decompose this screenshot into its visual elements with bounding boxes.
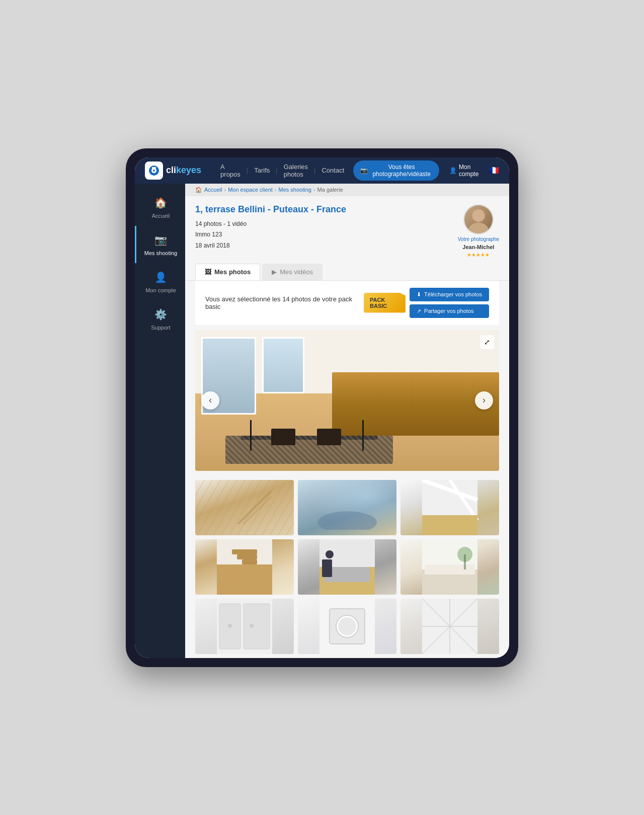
thumbnail-3[interactable] [400,480,499,535]
svg-rect-26 [425,564,475,575]
svg-point-37 [338,617,356,635]
sidebar: 🏠 Accueil 📷 Mes shooting 👤 Mon compte ⚙️… [135,184,185,658]
svg-point-5 [468,222,489,234]
language-flag[interactable]: 🇫🇷 [489,166,499,175]
breadcrumb-espace-client[interactable]: Mon espace client [228,187,273,193]
sidebar-label-shooting: Mes shooting [144,250,177,256]
pack-badge: PACK BASIC [364,293,406,313]
gallery-controls: Vous avez sélectionné les 14 photos de v… [195,281,499,325]
thumbnail-9[interactable] [400,599,499,654]
breadcrumb-current: Ma galerie [317,187,343,193]
thumbnail-2[interactable] [298,480,396,535]
kitchen-photo [195,330,499,471]
thumbnail-4[interactable] [195,539,294,595]
category: Immo 123 [195,229,346,240]
download-icon: ⬇ [417,291,421,298]
support-icon: ⚙️ [154,307,168,321]
svg-rect-28 [464,554,466,569]
nav-link-tarifs[interactable]: Tarifs [250,165,274,176]
photographer-cta-button[interactable]: 📷 Vous êtes photographe/vidéaste [353,160,439,181]
download-photos-button[interactable]: ⬇ Télécharger vos photos [410,288,489,301]
photos-count: 14 photos - 1 vidéo [195,219,346,230]
photographer-avatar [463,204,494,234]
top-navigation: clikeyes A propos | Tarifs | Galeries ph… [135,157,509,184]
breadcrumb-mes-shooting[interactable]: Mes shooting [278,187,311,193]
svg-rect-17 [237,554,257,559]
property-title: 1, terrase Bellini - Puteaux - France [195,204,346,215]
selection-info: Vous avez sélectionné les 14 photos de v… [205,295,364,310]
svg-rect-32 [228,624,232,628]
svg-rect-15 [217,564,272,595]
nav-link-galeries[interactable]: Galeries photos [280,161,312,180]
hero-meta: 14 photos - 1 vidéo Immo 123 18 avril 20… [195,219,346,252]
content-area: 🏠 Accueil › Mon espace client › Mes shoo… [185,184,509,658]
avatar-image [464,205,493,233]
svg-line-7 [238,491,271,524]
sidebar-item-compte[interactable]: 👤 Mon compte [135,263,185,300]
svg-rect-18 [242,559,257,564]
thumbnail-6[interactable] [400,539,499,595]
photographer-stars: ★★★★★ [467,252,490,258]
nav-link-apropos[interactable]: A propos [216,161,245,180]
breadcrumb-accueil[interactable]: Accueil [204,187,222,193]
svg-rect-33 [250,624,254,628]
home-icon: 🏠 [154,196,168,210]
sidebar-item-accueil[interactable]: 🏠 Accueil [135,189,185,226]
sidebar-label-accueil: Accueil [152,213,170,219]
share-icon: ↗ [417,308,421,314]
tabs-area: 🖼 Mes photos ▶ Mes vidéos [185,264,509,281]
svg-point-9 [317,511,376,530]
breadcrumb: 🏠 Accueil › Mon espace client › Mes shoo… [185,184,509,196]
tab-photos[interactable]: 🖼 Mes photos [195,264,260,280]
prev-photo-button[interactable]: ‹ [201,391,219,410]
thumbnail-8[interactable] [298,599,396,654]
svg-rect-13 [422,515,477,535]
main-photo-viewer: ‹ › ⤢ [195,330,499,471]
date: 18 avril 2018 [195,240,346,252]
logo[interactable]: clikeyes [145,161,201,180]
nav-links: A propos | Tarifs | Galeries photos | Co… [216,161,348,180]
breadcrumb-icon: 🏠 [195,187,202,193]
svg-rect-31 [244,604,270,649]
pack-buttons: ⬇ Télécharger vos photos ↗ Partager vos … [410,288,489,318]
user-icon: 👤 [154,270,168,284]
logo-text: clikeyes [166,165,201,176]
videos-tab-icon: ▶ [272,268,277,276]
fullscreen-button[interactable]: ⤢ [480,335,494,349]
tab-videos[interactable]: ▶ Mes vidéos [262,264,323,280]
photographer-name: Jean-Michel [462,244,494,250]
thumbnail-5[interactable] [298,539,396,595]
svg-rect-22 [322,559,332,577]
next-photo-button[interactable]: › [475,391,493,410]
thumbnail-1[interactable] [195,480,294,535]
svg-point-2 [153,170,155,172]
pack-area: PACK BASIC ⬇ Télécharger vos photos ↗ Pa… [364,288,489,318]
photos-tab-icon: 🖼 [205,268,211,276]
account-icon: 👤 [449,167,457,174]
photographer-card: Votre photographe Jean-Michel ★★★★★ [458,204,499,258]
svg-rect-3 [152,167,156,169]
share-photos-button[interactable]: ↗ Partager vos photos [410,304,489,318]
sidebar-item-shooting[interactable]: 📷 Mes shooting [135,226,185,263]
sidebar-label-compte: Mon compte [145,287,176,293]
hero-section: 1, terrase Bellini - Puteaux - France 14… [185,196,509,264]
thumbnail-7[interactable] [195,599,294,654]
svg-point-6 [473,210,484,221]
nav-link-contact[interactable]: Contact [317,165,348,176]
hero-info: 1, terrase Bellini - Puteaux - France 14… [195,204,346,252]
svg-rect-16 [232,549,257,554]
camera-icon: 📷 [360,167,368,174]
camera-icon: 📷 [154,233,168,247]
photographer-label: Votre photographe [458,236,499,242]
thumbnail-grid [185,476,509,658]
svg-point-23 [326,550,334,558]
account-menu[interactable]: 👤 Mon compte [449,164,481,178]
sidebar-item-support[interactable]: ⚙️ Support [135,300,185,338]
logo-icon [145,161,163,180]
svg-line-8 [244,497,271,524]
sidebar-label-support: Support [151,324,171,331]
